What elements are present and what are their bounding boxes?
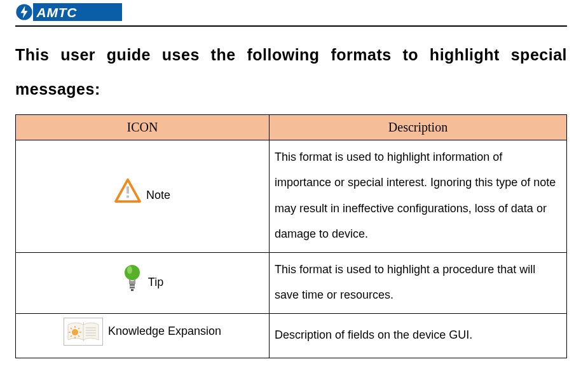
svg-rect-8: [130, 284, 135, 286]
table-row: Knowledge Expansion Description of field…: [16, 313, 567, 358]
table-row: Tip This format is used to highlight a p…: [16, 252, 567, 313]
knowledge-expansion-label: Knowledge Expansion: [108, 318, 221, 344]
tip-label: Tip: [148, 269, 163, 295]
header-logo-bar: AMTC: [15, 0, 567, 27]
svg-point-7: [127, 266, 132, 274]
knowledge-expansion-description: Description of fields on the device GUI.: [270, 313, 567, 358]
svg-rect-10: [131, 289, 133, 291]
svg-text:AMTC: AMTC: [36, 5, 78, 20]
note-label: Note: [146, 182, 170, 208]
note-icon: [114, 179, 141, 212]
brand-wordmark: AMTC: [33, 3, 122, 21]
knowledge-expansion-icon: [64, 318, 103, 346]
col-header-icon: ICON: [16, 114, 270, 140]
svg-rect-4: [126, 187, 129, 194]
svg-point-12: [72, 329, 78, 335]
note-description: This format is used to highlight informa…: [270, 140, 567, 252]
col-header-description: Description: [270, 114, 567, 140]
table-row: Note This format is used to highlight in…: [16, 140, 567, 252]
tip-description: This format is used to highlight a proce…: [270, 252, 567, 313]
svg-rect-5: [126, 196, 129, 198]
svg-rect-9: [130, 287, 135, 288]
section-heading: This user guide uses the following forma…: [15, 38, 567, 107]
formats-table: ICON Description Note: [15, 114, 567, 359]
tip-icon: [121, 263, 143, 302]
brand-lightning-icon: [15, 3, 33, 21]
svg-point-6: [125, 265, 140, 280]
